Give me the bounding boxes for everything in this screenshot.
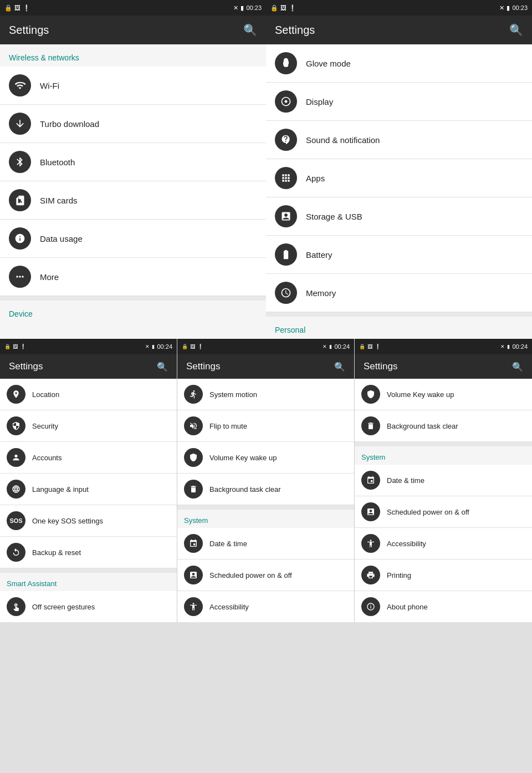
item-security[interactable]: Security xyxy=(0,410,177,442)
item-wifi[interactable]: Wi-Fi xyxy=(0,67,266,105)
sos-icon: SOS xyxy=(7,511,25,530)
item-more[interactable]: More xyxy=(0,258,266,296)
memory-label: Memory xyxy=(306,288,336,298)
alert-icon: ❕ xyxy=(23,4,30,12)
item-date-time-5[interactable]: Date & time xyxy=(355,465,532,496)
item-about-phone[interactable]: About phone xyxy=(355,591,532,622)
app-bar-title-5: Settings xyxy=(364,361,397,372)
time-1: 00:23 xyxy=(246,4,262,11)
item-bluetooth[interactable]: Bluetooth xyxy=(0,143,266,181)
item-battery[interactable]: Battery xyxy=(266,236,532,274)
item-scheduled-power-4[interactable]: Scheduled power on & off xyxy=(177,560,354,591)
data-usage-icon xyxy=(9,227,31,250)
battery-icon-5: ▮ xyxy=(507,344,510,349)
item-accessibility-5[interactable]: Accessibility xyxy=(355,528,532,560)
app-bar-3: Settings 🔍 xyxy=(0,354,177,379)
divider-1 xyxy=(0,296,266,301)
item-language-input[interactable]: Language & input xyxy=(0,474,177,505)
more-label: More xyxy=(40,272,59,282)
item-apps[interactable]: Apps xyxy=(266,159,532,197)
item-display[interactable]: Display xyxy=(266,83,532,121)
no-signal-icon-3: ✕ xyxy=(145,344,150,349)
app-bar-title-1: Settings xyxy=(9,24,49,37)
divider-2 xyxy=(266,312,532,317)
scheduled-power-label-4: Scheduled power on & off xyxy=(209,571,292,579)
sb5-left: 🔒 🖼 ❕ xyxy=(359,344,381,349)
printing-icon xyxy=(361,566,380,584)
item-volume-key-wake-up-5[interactable]: Volume Key wake up xyxy=(355,379,532,410)
sim-cards-label: SIM cards xyxy=(40,196,78,205)
security-icon xyxy=(7,416,25,435)
item-system-motion[interactable]: System motion xyxy=(177,379,354,410)
item-bg-task-clear-5[interactable]: Background task clear xyxy=(355,410,532,442)
status-bar-1: 🔒 🖼 ❕ ✕ ▮ 00:23 xyxy=(0,0,266,16)
sound-notification-icon xyxy=(275,129,297,151)
image-icon-5: 🖼 xyxy=(367,344,372,349)
section-personal: Personal xyxy=(266,317,532,339)
bottom-row: 🔒 🖼 ❕ ✕ ▮ 00:24 Settings 🔍 xyxy=(0,339,532,622)
date-time-label-4: Date & time xyxy=(209,540,247,548)
alert-icon-2: ❕ xyxy=(289,4,296,12)
screen-2: 🔒 🖼 ❕ ✕ ▮ 00:23 Settings 🔍 xyxy=(266,0,532,339)
bg-task-clear-label-4: Background task clear xyxy=(209,485,281,494)
search-icon-3[interactable]: 🔍 xyxy=(157,362,168,372)
printing-label: Printing xyxy=(387,571,411,579)
item-sound-notification[interactable]: Sound & notification xyxy=(266,121,532,159)
image-icon-4: 🖼 xyxy=(190,344,195,349)
item-printing[interactable]: Printing xyxy=(355,560,532,591)
item-turbo-download[interactable]: Turbo download xyxy=(0,105,266,143)
search-icon-2[interactable]: 🔍 xyxy=(509,23,523,37)
item-glove-mode[interactable]: Glove mode xyxy=(266,44,532,83)
turbo-download-label: Turbo download xyxy=(40,119,99,129)
accessibility-label-4: Accessibility xyxy=(209,603,249,611)
item-sos-settings[interactable]: SOS One key SOS settings xyxy=(0,505,177,537)
app-bar-2: Settings 🔍 xyxy=(266,16,532,44)
backup-reset-icon xyxy=(7,543,25,562)
lock-icon-2: 🔒 xyxy=(270,4,278,12)
item-accessibility-4[interactable]: Accessibility xyxy=(177,591,354,622)
bg-task-clear-icon-4 xyxy=(184,480,203,499)
item-off-screen-gestures[interactable]: Off screen gestures xyxy=(0,591,177,622)
no-signal-icon-4: ✕ xyxy=(323,344,327,349)
item-storage-usb[interactable]: Storage & USB xyxy=(266,197,532,236)
sb1-left: 🔒 🖼 ❕ xyxy=(4,4,30,12)
item-scheduled-power-5[interactable]: Scheduled power on & off xyxy=(355,496,532,528)
lock-icon-3: 🔒 xyxy=(4,344,11,349)
date-time-icon-5 xyxy=(361,471,380,490)
volume-key-wake-up-label-5: Volume Key wake up xyxy=(387,390,454,399)
wifi-icon xyxy=(9,74,31,96)
item-sim-cards[interactable]: SIM cards xyxy=(0,181,266,220)
divider-4 xyxy=(177,505,354,510)
more-icon xyxy=(9,266,31,288)
screen-3: 🔒 🖼 ❕ ✕ ▮ 00:24 Settings 🔍 xyxy=(0,339,177,622)
sb2-left: 🔒 🖼 ❕ xyxy=(270,4,296,12)
about-phone-icon xyxy=(361,597,380,616)
search-icon-4[interactable]: 🔍 xyxy=(334,362,345,372)
bg-task-clear-label-5: Background task clear xyxy=(387,422,458,430)
display-icon xyxy=(275,90,297,113)
scheduled-power-label-5: Scheduled power on & off xyxy=(387,508,469,516)
item-volume-key-wake-up-4[interactable]: Volume Key wake up xyxy=(177,442,354,474)
item-accounts[interactable]: Accounts xyxy=(0,442,177,474)
item-data-usage[interactable]: Data usage xyxy=(0,220,266,258)
item-bg-task-clear-4[interactable]: Background task clear xyxy=(177,474,354,505)
date-time-icon-4 xyxy=(184,534,203,553)
time-5: 00:24 xyxy=(512,343,528,350)
search-icon-5[interactable]: 🔍 xyxy=(512,362,523,372)
image-icon: 🖼 xyxy=(14,4,21,11)
time-3: 00:24 xyxy=(157,343,172,350)
item-location[interactable]: Location xyxy=(0,379,177,410)
accessibility-icon-5 xyxy=(361,534,380,553)
sb4-left: 🔒 🖼 ❕ xyxy=(182,344,203,349)
item-date-time-4[interactable]: Date & time xyxy=(177,528,354,560)
section-wireless: Wireless & networks xyxy=(0,44,266,67)
item-flip-to-mute[interactable]: Flip to mute xyxy=(177,410,354,442)
item-memory[interactable]: Memory xyxy=(266,274,532,312)
system-motion-icon xyxy=(184,385,203,404)
search-icon-1[interactable]: 🔍 xyxy=(243,23,257,37)
accessibility-icon-4 xyxy=(184,597,203,616)
bluetooth-label: Bluetooth xyxy=(40,157,75,167)
item-backup-reset[interactable]: Backup & reset xyxy=(0,537,177,568)
alert-icon-5: ❕ xyxy=(375,344,381,349)
section-system-4: System xyxy=(177,510,354,528)
